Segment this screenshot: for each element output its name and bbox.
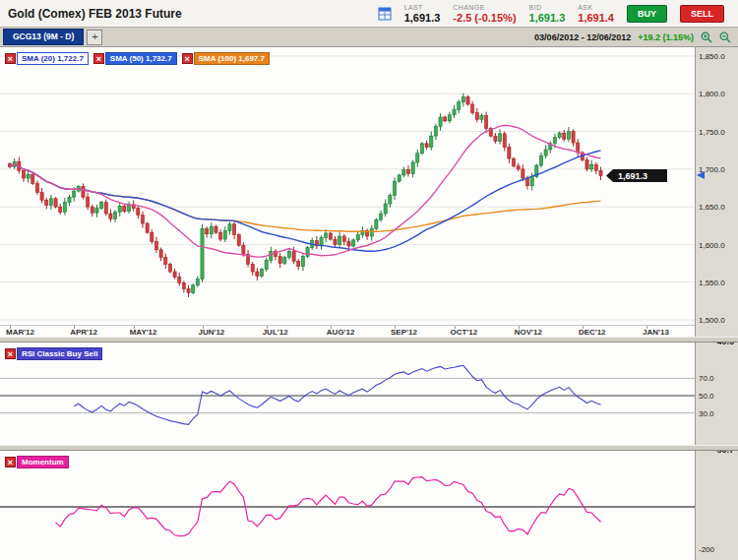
momentum-pane: × Momentum: [0, 451, 695, 560]
change-label: CHANGE: [453, 4, 516, 11]
legend-sma50[interactable]: × SMA (50) 1,732.7: [93, 52, 177, 65]
x-axis-label: DEC'12: [579, 328, 606, 337]
ask-quote: ASK 1,691.4: [578, 4, 614, 24]
rsi-pane: × RSI Classic Buy Sell: [0, 342, 695, 445]
x-axis-tick: [583, 326, 584, 329]
legend-sma100-label: SMA (100) 1,697.7: [194, 52, 270, 65]
momentum-legends: × Momentum: [5, 456, 69, 468]
legend-sma20[interactable]: × SMA (20) 1,722.7: [5, 52, 89, 65]
legend-sma20-label: SMA (20) 1,722.7: [17, 52, 89, 65]
change-quote: CHANGE -2.5 (-0.15%): [453, 4, 516, 24]
buy-button[interactable]: BUY: [627, 5, 667, 23]
x-axis-label: JUN'12: [199, 328, 225, 337]
x-axis-tick: [74, 326, 75, 329]
x-axis-tick: [10, 326, 11, 329]
ask-label: ASK: [578, 4, 614, 11]
add-tab-button[interactable]: +: [87, 30, 102, 45]
zoom-out-icon[interactable]: [719, 31, 731, 43]
momentum-chart-canvas[interactable]: [0, 451, 695, 560]
x-axis: MAR'12APR'12MAY'12JUN'12JUL'12AUG'12SEP'…: [0, 325, 695, 337]
y-tick: 1,750.0: [699, 128, 725, 137]
x-axis-tick: [455, 326, 456, 329]
close-icon[interactable]: ×: [182, 53, 193, 64]
x-axis-label: MAY'12: [130, 328, 157, 337]
x-axis-tick: [395, 326, 396, 329]
close-icon[interactable]: ×: [5, 457, 16, 467]
tab-bar: GCG13 (9M - D) + 03/06/2012 - 12/06/2012…: [0, 28, 738, 47]
x-axis-label: MAR'12: [6, 328, 34, 337]
quote-grid-icon[interactable]: [378, 7, 392, 21]
ask-value: 1,691.4: [578, 13, 614, 24]
last-quote: LAST 1,691.3: [404, 4, 441, 24]
quote-panel: LAST 1,691.3 CHANGE -2.5 (-0.15%) BID 1,…: [378, 2, 724, 26]
sell-button[interactable]: SELL: [680, 5, 724, 23]
price-legends: × SMA (20) 1,722.7 × SMA (50) 1,732.7 × …: [5, 52, 270, 65]
legend-sma100[interactable]: × SMA (100) 1,697.7: [182, 52, 270, 65]
y-tick: 1,850.0: [699, 52, 725, 61]
chart-toolbar: 03/06/2012 - 12/06/2012 +19.2 (1.15%): [534, 31, 735, 43]
instrument-title: Gold (Comex) FEB 2013 Future: [8, 7, 182, 21]
pane-splitter[interactable]: [0, 337, 738, 342]
last-label: LAST: [404, 4, 441, 11]
x-axis-label: AUG'12: [327, 328, 355, 337]
x-axis-label: OCT'12: [451, 328, 478, 337]
y-tick: 1,500.0: [699, 316, 725, 325]
legend-rsi-label: RSI Classic Buy Sell: [17, 347, 102, 360]
close-icon[interactable]: ×: [5, 348, 16, 359]
zoom-in-icon[interactable]: [701, 31, 712, 43]
rsi-chart-canvas[interactable]: [0, 342, 695, 445]
price-chart-canvas[interactable]: 1,691.3: [0, 47, 695, 325]
trading-window: Gold (Comex) FEB 2013 Future LAST 1,691.…: [0, 0, 738, 560]
x-axis-tick: [203, 326, 204, 329]
last-value: 1,691.3: [404, 13, 441, 24]
x-axis-tick: [331, 326, 332, 329]
legend-rsi[interactable]: × RSI Classic Buy Sell: [5, 347, 102, 360]
app-header: Gold (Comex) FEB 2013 Future LAST 1,691.…: [0, 0, 738, 28]
y-tick: 1,650.0: [699, 203, 725, 212]
y-tick: 1,600.0: [699, 241, 725, 250]
y-tick: 1,550.0: [699, 279, 725, 287]
y-tick: 1,800.0: [699, 90, 725, 98]
close-icon[interactable]: ×: [93, 53, 104, 64]
pane-splitter[interactable]: [0, 445, 738, 451]
change-value: -2.5 (-0.15%): [453, 13, 516, 24]
rsi-tick: 70.0: [699, 374, 714, 383]
x-axis-label: APR'12: [70, 328, 97, 337]
bid-label: BID: [529, 4, 566, 11]
svg-text:1,691.3: 1,691.3: [618, 171, 647, 181]
x-axis-label: NOV'12: [515, 328, 542, 337]
bid-value: 1,691.3: [529, 13, 566, 24]
x-axis-tick: [267, 326, 268, 329]
legend-momentum-label: Momentum: [17, 456, 69, 468]
close-icon[interactable]: ×: [5, 53, 16, 64]
bid-quote: BID 1,691.3: [529, 4, 566, 24]
x-axis-label: JUL'12: [263, 328, 288, 337]
x-axis-label: SEP'12: [391, 328, 417, 337]
legend-sma50-label: SMA (50) 1,732.7: [105, 52, 177, 65]
price-pane: 1,691.3 × SMA (20) 1,722.7 × SMA (50) 1,…: [0, 47, 695, 325]
x-axis-label: JAN'13: [643, 328, 669, 337]
date-range-label: 03/06/2012 - 12/06/2012: [534, 32, 631, 42]
x-axis-tick: [519, 326, 520, 329]
rsi-legends: × RSI Classic Buy Sell: [5, 347, 102, 360]
rsi-tick: 30.0: [699, 409, 714, 418]
price-axis-strip: 1,850.0 1,800.0 1,750.0 1,700.0 1,650.0 …: [695, 47, 738, 560]
tab-gcg13[interactable]: GCG13 (9M - D): [3, 29, 84, 45]
period-change-label: +19.2 (1.15%): [638, 32, 694, 42]
legend-momentum[interactable]: × Momentum: [5, 456, 69, 468]
price-pointer-icon: [697, 171, 705, 179]
momentum-tick: -200: [699, 545, 714, 554]
x-axis-tick: [646, 326, 647, 329]
x-axis-tick: [134, 326, 135, 329]
rsi-tick: 50.0: [699, 392, 714, 401]
